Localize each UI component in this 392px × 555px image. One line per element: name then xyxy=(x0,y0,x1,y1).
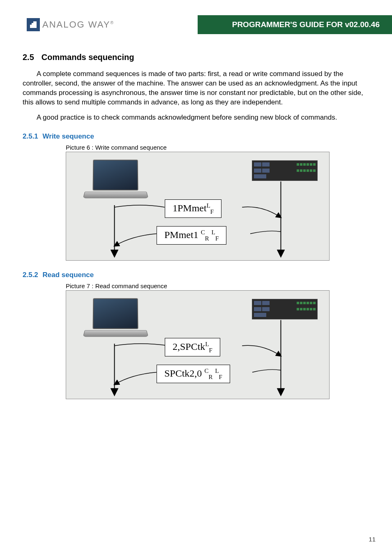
figure-7-diagram: 2,SPCtkLF SPCtk2,0 CR LF xyxy=(66,290,330,399)
subsection-1-heading: 2.5.1 Write sequence xyxy=(23,132,369,141)
rack-device-icon xyxy=(252,160,318,181)
section-paragraph-1: A complete command sequences is made of … xyxy=(23,69,369,107)
page-content: 2.5Commands sequencing A complete comman… xyxy=(0,34,392,399)
subsection-2-heading: 2.5.2 Read sequence xyxy=(23,271,369,279)
section-heading: 2.5Commands sequencing xyxy=(23,53,369,62)
laptop-icon xyxy=(83,298,148,343)
page-header: ANALOG WAY® PROGRAMMER'S GUIDE FOR v02.0… xyxy=(0,15,392,34)
write-response-box: PMmet1 CR LF xyxy=(157,226,226,245)
read-request-box: 2,SPCtkLF xyxy=(165,338,220,357)
section-paragraph-2: A good practice is to check commands ack… xyxy=(23,113,369,123)
laptop-icon xyxy=(83,160,148,205)
figure-6-diagram: 1PMmetLF PMmet1 CR LF xyxy=(66,152,330,261)
header-title: PROGRAMMER'S GUIDE FOR v02.00.46 xyxy=(198,15,392,34)
header-left: ANALOG WAY® xyxy=(0,15,198,34)
write-request-box: 1PMmetLF xyxy=(165,199,221,218)
figure-7-caption: Picture 7 : Read command sequence xyxy=(66,282,369,289)
figure-6-caption: Picture 6 : Write command sequence xyxy=(66,144,369,151)
read-response-box: SPCtk2,0 CR LF xyxy=(157,365,230,384)
logo-icon xyxy=(27,18,40,31)
logo: ANALOG WAY® xyxy=(27,18,114,31)
page-number: 11 xyxy=(369,536,376,543)
rack-device-icon xyxy=(252,299,318,319)
logo-text: ANALOG WAY® xyxy=(42,19,114,30)
